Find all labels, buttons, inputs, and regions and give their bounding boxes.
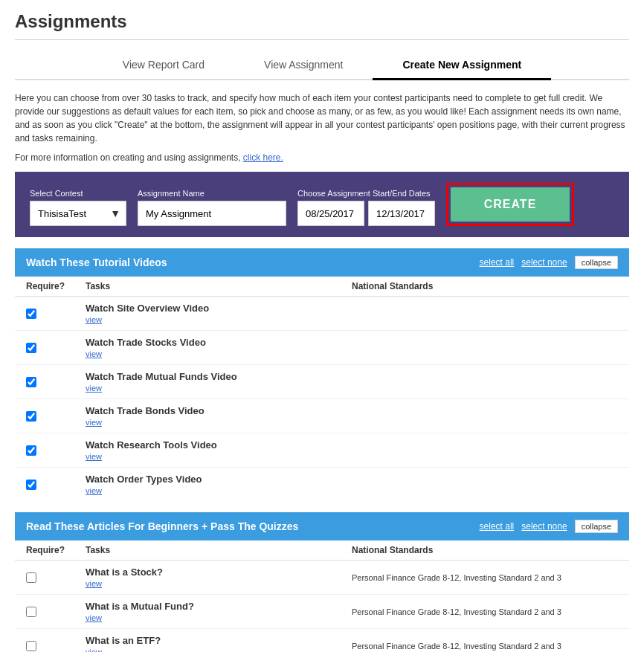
task-checkbox[interactable] <box>26 641 36 651</box>
checkbox-cell <box>26 445 86 456</box>
task-view-link[interactable]: view <box>86 349 352 358</box>
task-view-link[interactable]: view <box>86 648 352 652</box>
table-row: Watch Site Overview Video view <box>15 297 629 331</box>
table-row: Watch Order Types Video view <box>15 468 629 501</box>
task-view-link[interactable]: view <box>86 486 352 495</box>
task-name: Watch Trade Stocks Video <box>86 337 352 348</box>
task-checkbox[interactable] <box>26 445 36 456</box>
articles-select-none[interactable]: select none <box>521 521 567 532</box>
checkbox-cell <box>26 411 86 422</box>
task-name: Watch Site Overview Video <box>86 303 352 314</box>
select-contest-input[interactable]: ThisisaTest <box>30 201 126 226</box>
tab-create-new[interactable]: Create New Assignment <box>373 51 551 80</box>
tutorial-section-header: Watch These Tutorial Videos select all s… <box>15 248 629 277</box>
task-name: Watch Trade Mutual Funds Video <box>86 371 352 382</box>
end-date-input[interactable] <box>368 201 435 226</box>
tutorial-select-none[interactable]: select none <box>521 257 567 268</box>
page-title: Assignments <box>15 11 629 32</box>
task-name: Watch Order Types Video <box>86 474 352 485</box>
task-view-link[interactable]: view <box>86 452 352 461</box>
start-date-input[interactable] <box>297 201 364 226</box>
task-name: Watch Research Tools Video <box>86 439 352 451</box>
tutorial-rows: Watch Site Overview Video view Watch Tra… <box>15 297 629 501</box>
create-button-wrapper: CREATE <box>446 183 574 226</box>
articles-rows: What is a Stock? view Personal Finance G… <box>15 561 629 652</box>
more-info-prefix: For more information on creating and usi… <box>15 152 243 163</box>
checkbox-cell <box>26 607 86 617</box>
select-contest-wrapper: ThisisaTest ▼ <box>30 201 126 226</box>
task-checkbox[interactable] <box>26 411 36 422</box>
task-cell: Watch Trade Stocks Video view <box>86 337 352 358</box>
description-main: Here you can choose from over 30 tasks t… <box>15 91 629 164</box>
title-divider <box>15 39 629 40</box>
task-cell: What is an ETF? view <box>86 635 352 652</box>
tutorial-select-all[interactable]: select all <box>480 257 515 268</box>
assignment-name-label: Assignment Name <box>138 189 286 198</box>
task-cell: What is a Mutual Fund? view <box>86 601 352 622</box>
table-row: Watch Trade Stocks Video view <box>15 331 629 365</box>
task-name: Watch Trade Bonds Video <box>86 405 352 416</box>
table-row: What is a Stock? view Personal Finance G… <box>15 561 629 595</box>
form-bar: Select Contest ThisisaTest ▼ Assignment … <box>15 172 629 237</box>
task-view-link[interactable]: view <box>86 315 352 324</box>
task-checkbox[interactable] <box>26 377 36 387</box>
tab-view-assignment[interactable]: View Assignment <box>234 51 373 79</box>
articles-section-title: Read These Articles For Beginners + Pass… <box>26 520 298 532</box>
date-field: Choose Assignment Start/End Dates <box>297 189 435 226</box>
task-view-link[interactable]: view <box>86 418 352 427</box>
articles-section-actions: select all select none collapse <box>480 520 618 533</box>
checkbox-cell <box>26 377 86 387</box>
create-button[interactable]: CREATE <box>451 187 570 222</box>
date-label: Choose Assignment Start/End Dates <box>297 189 435 198</box>
standards-cell: Personal Finance Grade 8-12, Investing S… <box>352 642 618 651</box>
task-checkbox[interactable] <box>26 572 36 583</box>
select-contest-field: Select Contest ThisisaTest ▼ <box>30 189 126 226</box>
task-checkbox[interactable] <box>26 607 36 617</box>
task-checkbox[interactable] <box>26 309 36 319</box>
task-checkbox[interactable] <box>26 343 36 353</box>
tutorial-section-actions: select all select none collapse <box>480 256 618 269</box>
task-cell: Watch Order Types Video view <box>86 474 352 495</box>
task-cell: What is a Stock? view <box>86 567 352 588</box>
tab-report-card[interactable]: View Report Card <box>93 51 234 79</box>
checkbox-cell <box>26 572 86 583</box>
articles-select-all[interactable]: select all <box>480 521 515 532</box>
articles-col-require: Require? <box>26 545 86 555</box>
more-info-paragraph: For more information on creating and usi… <box>15 151 629 164</box>
task-cell: Watch Research Tools Video view <box>86 439 352 461</box>
checkbox-cell <box>26 641 86 651</box>
task-view-link[interactable]: view <box>86 384 352 393</box>
table-row: Watch Trade Mutual Funds Video view <box>15 365 629 399</box>
tutorial-table-header: Require? Tasks National Standards <box>15 277 629 297</box>
table-row: Watch Trade Bonds Video view <box>15 399 629 433</box>
task-checkbox[interactable] <box>26 480 36 490</box>
task-name: What is a Stock? <box>86 567 352 578</box>
articles-table-header: Require? Tasks National Standards <box>15 540 629 561</box>
articles-section: Read These Articles For Beginners + Pass… <box>15 512 629 652</box>
standards-cell: Personal Finance Grade 8-12, Investing S… <box>352 573 618 582</box>
task-view-link[interactable]: view <box>86 579 352 588</box>
checkbox-cell <box>26 343 86 353</box>
tutorial-col-standards: National Standards <box>352 281 618 291</box>
assignment-name-input[interactable] <box>138 201 286 226</box>
checkbox-cell <box>26 309 86 319</box>
tutorial-col-require: Require? <box>26 281 86 291</box>
select-contest-label: Select Contest <box>30 189 126 198</box>
tabs-container: View Report Card View Assignment Create … <box>15 51 629 80</box>
table-row: Watch Research Tools Video view <box>15 433 629 468</box>
articles-section-header: Read These Articles For Beginners + Pass… <box>15 512 629 540</box>
tutorial-section: Watch These Tutorial Videos select all s… <box>15 248 629 501</box>
standards-cell: Personal Finance Grade 8-12, Investing S… <box>352 607 618 616</box>
tutorial-col-tasks: Tasks <box>86 281 352 291</box>
tutorial-collapse-btn[interactable]: collapse <box>575 256 618 269</box>
description-text: Here you can choose from over 30 tasks t… <box>15 91 629 145</box>
task-name: What is a Mutual Fund? <box>86 601 352 612</box>
task-view-link[interactable]: view <box>86 613 352 622</box>
task-cell: Watch Trade Bonds Video view <box>86 405 352 427</box>
articles-col-standards: National Standards <box>352 545 618 555</box>
assignment-name-field: Assignment Name <box>138 189 286 226</box>
articles-collapse-btn[interactable]: collapse <box>575 520 618 533</box>
more-info-link[interactable]: click here. <box>243 152 283 163</box>
task-cell: Watch Site Overview Video view <box>86 303 352 324</box>
table-row: What is a Mutual Fund? view Personal Fin… <box>15 595 629 629</box>
